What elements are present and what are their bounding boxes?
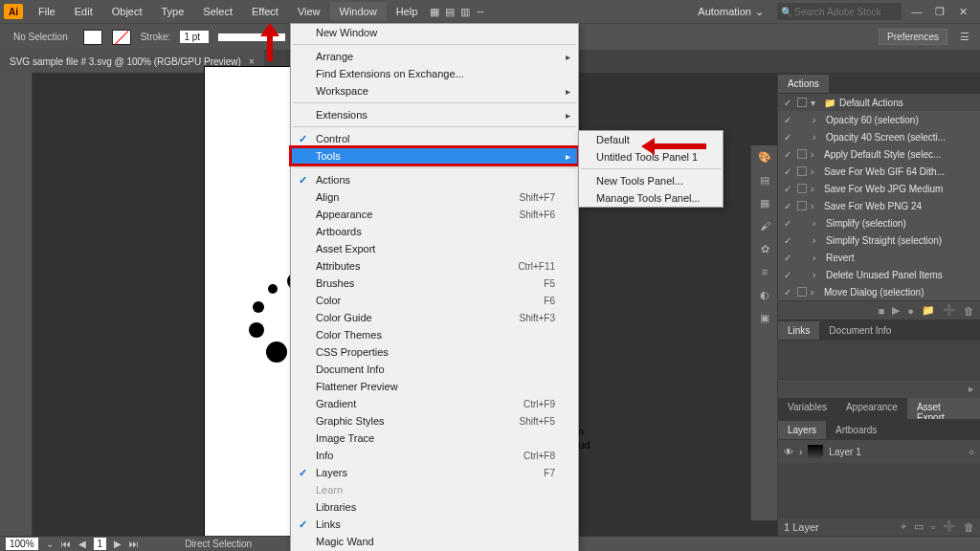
action-row[interactable]: ✓›Delete Unused Panel Items <box>778 266 980 283</box>
action-row[interactable]: ✓›Save For Web PNG 24 <box>778 197 980 214</box>
new-layer-icon[interactable]: ➕ <box>943 520 956 533</box>
action-row[interactable]: ✓›Save For Web JPG Medium <box>778 180 980 197</box>
menu-view[interactable]: View <box>288 2 330 21</box>
window-menu-tools[interactable]: Tools <box>291 147 578 165</box>
tab-layers[interactable]: Layers <box>778 421 826 439</box>
window-menu-appearance[interactable]: AppearanceShift+F6 <box>291 206 578 223</box>
window-menu-graphic-styles[interactable]: Graphic StylesShift+F5 <box>291 412 578 430</box>
action-row[interactable]: ✓›Opacity 40 Screen (selecti... <box>778 128 980 145</box>
window-minimize-icon[interactable]: — <box>909 4 924 19</box>
tools-submenu-new-tools-panel-[interactable]: New Tools Panel... <box>579 172 723 189</box>
action-row[interactable]: ✓›Opacity 60 (selection) <box>778 111 980 128</box>
window-menu-brushes[interactable]: BrushesF5 <box>291 275 578 292</box>
stroke-weight[interactable]: 1 pt <box>180 31 209 43</box>
toolbar-icon[interactable]: ▥ <box>457 4 473 19</box>
zoom-level[interactable]: 100% <box>6 538 38 550</box>
toolbar-icon[interactable]: ↔ <box>473 4 488 19</box>
window-menu-workspace[interactable]: Workspace <box>291 82 578 99</box>
panel-icon[interactable]: ☰ <box>957 30 972 45</box>
menu-file[interactable]: File <box>29 2 65 21</box>
window-menu-color[interactable]: ColorF6 <box>291 292 578 309</box>
window-menu-color-themes[interactable]: Color Themes <box>291 326 578 343</box>
window-menu-gradient[interactable]: GradientCtrl+F9 <box>291 395 578 412</box>
action-row[interactable]: ✓›Move Dialog (selection) <box>778 283 980 300</box>
window-menu-control[interactable]: Control <box>291 130 578 147</box>
locate-icon[interactable]: ⌖ <box>901 520 906 533</box>
swatches-icon[interactable]: ▦ <box>751 191 778 214</box>
tab-links[interactable]: Links <box>778 321 819 340</box>
window-menu-links[interactable]: Links <box>291 516 578 533</box>
play-icon[interactable]: ▶ <box>892 304 900 317</box>
mask-icon[interactable]: ▭ <box>914 520 924 533</box>
tab-appearance[interactable]: Appearance <box>836 398 907 419</box>
window-menu-actions[interactable]: Actions <box>291 171 578 188</box>
window-menu-attributes[interactable]: AttributesCtrl+F11 <box>291 257 578 275</box>
window-menu-magic-wand[interactable]: Magic Wand <box>291 533 578 550</box>
window-menu-document-info[interactable]: Document Info <box>291 361 578 378</box>
stroke-swatch[interactable] <box>112 30 131 45</box>
brush-icon[interactable]: 🖌 <box>751 214 778 237</box>
window-menu-css-properties[interactable]: CSS Properties <box>291 343 578 361</box>
trash-icon[interactable]: 🗑 <box>964 521 974 533</box>
menu-help[interactable]: Help <box>387 2 428 21</box>
transparency-icon[interactable]: ▣ <box>751 306 778 329</box>
visibility-icon[interactable]: 👁 <box>784 447 793 457</box>
stock-search[interactable]: 🔍 <box>777 3 902 20</box>
record-icon[interactable]: ● <box>907 305 914 317</box>
stop-icon[interactable]: ■ <box>879 305 885 317</box>
library-icon[interactable]: ▤ <box>751 168 778 191</box>
nav-prev[interactable]: ◀ <box>78 539 86 549</box>
tab-document-info[interactable]: Document Info <box>819 321 901 340</box>
action-row[interactable]: ✓›Simplify (selection) <box>778 214 980 231</box>
toolbar-icon[interactable]: ▦ <box>427 4 442 19</box>
automation-dropdown[interactable]: Automation⌄ <box>692 4 769 20</box>
tab-artboards[interactable]: Artboards <box>826 421 886 439</box>
action-row[interactable]: ✓›Save For Web GIF 64 Dith... <box>778 163 980 180</box>
nav-next-last[interactable]: ⏭ <box>129 539 139 549</box>
window-menu-info[interactable]: InfoCtrl+F8 <box>291 447 578 464</box>
window-menu-arrange[interactable]: Arrange <box>291 48 578 65</box>
close-icon[interactable]: × <box>249 56 255 67</box>
window-menu-align[interactable]: AlignShift+F7 <box>291 188 578 206</box>
menu-object[interactable]: Object <box>102 2 152 21</box>
tools-panel[interactable] <box>0 73 33 536</box>
window-menu-find-extensions-on-exchange-[interactable]: Find Extensions on Exchange... <box>291 65 578 82</box>
tab-actions[interactable]: Actions <box>778 75 829 93</box>
window-restore-icon[interactable]: ❐ <box>932 4 947 19</box>
gradient-icon[interactable]: ◐ <box>751 283 778 306</box>
window-menu-new-window[interactable]: New Window <box>291 24 578 41</box>
goto-icon[interactable]: ▸ <box>969 383 974 395</box>
window-close-icon[interactable]: ✕ <box>955 4 970 19</box>
action-row[interactable]: ✓›Simplify Straight (selection) <box>778 231 980 249</box>
new-folder-icon[interactable]: 📁 <box>922 304 935 317</box>
trash-icon[interactable]: 🗑 <box>964 305 974 317</box>
stroke-icon[interactable]: ≡ <box>751 260 778 283</box>
window-menu-asset-export[interactable]: Asset Export <box>291 240 578 257</box>
nav-prev-first[interactable]: ⏮ <box>61 539 71 549</box>
tab-asset-export[interactable]: Asset Export <box>907 398 980 419</box>
window-menu-layers[interactable]: LayersF7 <box>291 464 578 481</box>
tools-submenu-manage-tools-panel-[interactable]: Manage Tools Panel... <box>579 189 723 207</box>
new-action-icon[interactable]: ➕ <box>943 304 956 317</box>
layer-row[interactable]: 👁›Layer 1○ <box>778 440 980 463</box>
menu-type[interactable]: Type <box>152 2 194 21</box>
window-menu-artboards[interactable]: Artboards <box>291 223 578 240</box>
menu-effect[interactable]: Effect <box>242 2 288 21</box>
nav-next[interactable]: ▶ <box>114 539 122 549</box>
menu-select[interactable]: Select <box>193 2 242 21</box>
artboard-index[interactable]: 1 <box>94 538 107 550</box>
fill-swatch[interactable] <box>83 30 102 45</box>
symbol-icon[interactable]: ✿ <box>751 237 778 260</box>
action-row[interactable]: ✓›Apply Default Style (selec... <box>778 145 980 163</box>
window-menu-image-trace[interactable]: Image Trace <box>291 430 578 447</box>
palette-icon[interactable]: 🎨 <box>751 145 778 168</box>
actions-folder[interactable]: ✓▾📁Default Actions <box>778 94 980 111</box>
action-row[interactable]: ✓›Revert <box>778 249 980 266</box>
window-menu-extensions[interactable]: Extensions <box>291 106 578 123</box>
menu-edit[interactable]: Edit <box>65 2 102 21</box>
window-menu-color-guide[interactable]: Color GuideShift+F3 <box>291 309 578 326</box>
menu-window[interactable]: Window <box>330 2 387 21</box>
tab-variables[interactable]: Variables <box>778 398 836 419</box>
preferences-button[interactable]: Preferences <box>879 29 947 45</box>
window-menu-libraries[interactable]: Libraries <box>291 498 578 516</box>
